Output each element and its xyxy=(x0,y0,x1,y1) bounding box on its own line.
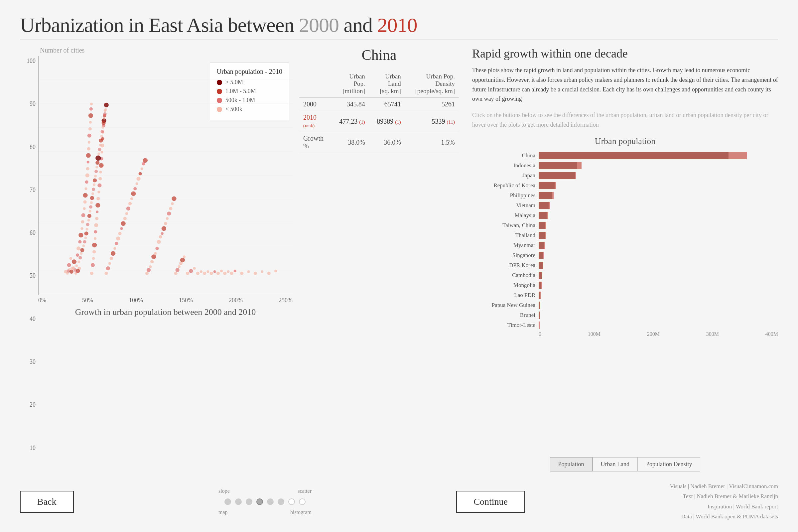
bar-country-12: Cambodia xyxy=(472,272,539,279)
svg-point-158 xyxy=(92,192,94,195)
svg-point-46 xyxy=(94,230,97,233)
svg-point-79 xyxy=(126,207,130,210)
svg-point-92 xyxy=(149,265,152,268)
bar-track-14 xyxy=(539,291,778,299)
bar-row-17: Timor-Leste xyxy=(472,321,778,329)
svg-point-127 xyxy=(234,270,236,272)
china-panel: China Urban Pop.[million] Urban Land[sq.… xyxy=(299,46,459,472)
bar-row-2: Japan xyxy=(472,171,778,180)
x-axis: 0% 50% 100% 150% 200% 250% xyxy=(38,297,292,304)
back-button[interactable]: Back xyxy=(20,491,74,513)
bar-country-11: DPR Korea xyxy=(472,262,539,269)
bar-track-2 xyxy=(539,172,778,179)
nav-dot-7[interactable] xyxy=(288,498,295,505)
svg-point-120 xyxy=(209,272,213,275)
svg-point-15 xyxy=(76,253,79,257)
row-val-2000-1: 345.84 xyxy=(334,98,369,111)
bar-country-5: Vietnam xyxy=(472,202,539,209)
left-panel: Number of cities 100 90 80 70 60 50 40 3… xyxy=(20,46,292,472)
svg-point-24 xyxy=(83,200,87,204)
bar-track-12 xyxy=(539,272,778,279)
bar-track-13 xyxy=(539,282,778,289)
svg-point-47 xyxy=(94,223,98,227)
svg-point-131 xyxy=(261,270,263,273)
bar-track-10 xyxy=(539,252,778,259)
y-axis: 100 90 80 70 60 50 40 30 20 10 xyxy=(20,56,38,472)
col-header-2: Urban Land[sq. km] xyxy=(369,70,405,98)
svg-point-52 xyxy=(97,191,100,193)
bar-2010-13 xyxy=(539,282,542,289)
svg-point-145 xyxy=(80,248,84,252)
svg-point-32 xyxy=(87,147,91,151)
svg-point-122 xyxy=(216,272,220,275)
nav-label-map: map xyxy=(218,509,228,515)
bar-track-0 xyxy=(539,152,778,159)
btn-population[interactable]: Population xyxy=(550,457,592,472)
bar-2010-17 xyxy=(539,322,540,329)
bar-row-0: China xyxy=(472,151,778,160)
dots-row xyxy=(225,498,306,505)
nav-dot-5[interactable] xyxy=(267,498,274,505)
svg-point-153 xyxy=(88,214,92,218)
svg-point-98 xyxy=(159,235,162,239)
col-header-1: Urban Pop.[million] xyxy=(334,70,369,98)
col-header-0 xyxy=(299,70,334,98)
bar-row-14: Lao PDR xyxy=(472,291,778,300)
btn-population-density[interactable]: Population Density xyxy=(638,457,701,472)
nav-dot-1[interactable] xyxy=(225,498,231,505)
nav-dot-2[interactable] xyxy=(235,498,242,505)
svg-point-42 xyxy=(92,257,95,260)
svg-point-96 xyxy=(155,247,158,250)
row-val-growth-2: 36.0% xyxy=(369,132,405,153)
svg-point-33 xyxy=(88,141,91,144)
svg-point-164 xyxy=(95,166,98,169)
svg-point-144 xyxy=(80,252,82,255)
svg-point-82 xyxy=(131,191,136,196)
svg-point-106 xyxy=(172,196,176,201)
svg-point-87 xyxy=(141,168,143,170)
svg-point-167 xyxy=(97,153,100,155)
svg-point-119 xyxy=(207,270,209,273)
svg-point-142 xyxy=(77,260,80,263)
row-val-growth-1: 38.0% xyxy=(334,132,369,153)
svg-point-133 xyxy=(274,270,277,272)
table-row-growth: Growth % 38.0% 36.0% 1.5% xyxy=(299,132,459,153)
continue-button[interactable]: Continue xyxy=(456,491,525,513)
bar-2010-11 xyxy=(539,262,543,269)
svg-point-99 xyxy=(161,232,164,235)
svg-point-31 xyxy=(86,153,91,158)
bar-row-11: DPR Korea xyxy=(472,261,778,270)
chart-buttons: Population Urban Land Population Density xyxy=(472,457,778,472)
bottom-row: Back slope scatter map histogram xyxy=(20,478,778,522)
nav-label-scatter: scatter xyxy=(298,488,311,494)
svg-point-102 xyxy=(166,217,169,220)
bar-country-2: Japan xyxy=(472,172,539,179)
bar-row-9: Myanmar xyxy=(472,241,778,250)
svg-point-176 xyxy=(103,112,107,116)
bar-row-5: Vietnam xyxy=(472,201,778,210)
svg-point-118 xyxy=(203,272,206,275)
svg-point-152 xyxy=(88,219,90,222)
svg-point-100 xyxy=(162,226,166,231)
bar-track-8 xyxy=(539,232,778,239)
svg-point-173 xyxy=(101,126,104,129)
right-instruction: Click on the buttons below to see the di… xyxy=(472,110,778,130)
nav-dot-3[interactable] xyxy=(246,498,252,505)
nav-dot-6[interactable] xyxy=(278,498,284,505)
svg-point-78 xyxy=(125,212,128,215)
svg-point-174 xyxy=(101,121,106,125)
svg-point-20 xyxy=(80,227,83,230)
bar-row-4: Philippines xyxy=(472,191,778,200)
btn-urban-land[interactable]: Urban Land xyxy=(592,457,638,472)
right-description: These plots show the rapid growth in lan… xyxy=(472,65,778,104)
svg-point-73 xyxy=(116,236,120,241)
svg-point-162 xyxy=(94,175,97,177)
svg-point-117 xyxy=(200,270,203,273)
svg-point-108 xyxy=(175,268,179,272)
svg-point-81 xyxy=(130,197,133,200)
nav-dot-8[interactable] xyxy=(299,498,306,505)
bar-2010-8 xyxy=(539,232,546,239)
svg-point-137 xyxy=(70,270,74,274)
svg-point-71 xyxy=(113,247,116,250)
nav-dot-4[interactable] xyxy=(256,498,263,505)
